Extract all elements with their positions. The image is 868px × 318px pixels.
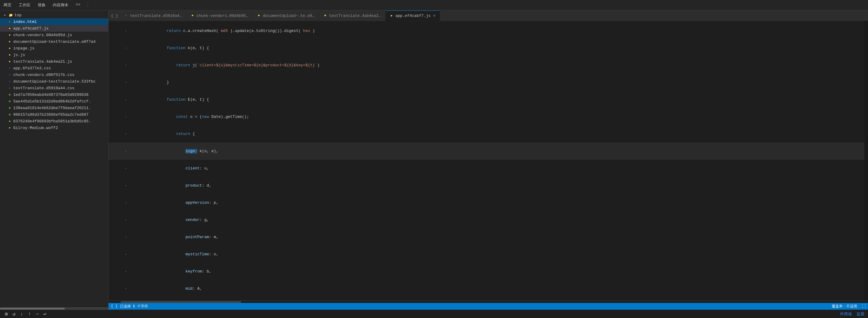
file-icon-js-doc: ● bbox=[7, 39, 12, 44]
line-code-4: } bbox=[129, 74, 862, 91]
file-icon-js-app: ● bbox=[7, 26, 12, 31]
status-bracket-icon[interactable]: { } bbox=[111, 304, 118, 308]
tab-label-4: textTranslate.4ab4ea21.js bbox=[329, 13, 382, 18]
toolbar-separator: ⋮ bbox=[85, 2, 90, 8]
folder-icon: 📁 bbox=[8, 13, 13, 18]
tree-item-text-translate-js[interactable]: ● textTranslate.4ab4ea21.js bbox=[0, 58, 108, 65]
file-icon-hash2: ■ bbox=[7, 99, 12, 104]
tree-label-font: Gilroy-Medium.woff2 bbox=[13, 126, 58, 130]
file-icon-hash4: ■ bbox=[7, 112, 12, 117]
tab-doc-upload-js[interactable]: ■ documentUpload~.te.e8f7a401.js bbox=[253, 10, 319, 21]
status-maximize-icon[interactable]: ⛶ bbox=[862, 304, 866, 309]
tree-label-chunk-vendors: chunk-vendors.00d4b95d.js bbox=[13, 33, 72, 37]
tree-label-app-js: app.ef4cabf7.js bbox=[13, 26, 49, 31]
line-gutter-5: - bbox=[123, 97, 129, 102]
tree-label-chunk-css: chunk-vendors.d96f517b.css bbox=[13, 73, 74, 77]
tree-item-doc-css[interactable]: ● documentUpload~textTranslate.533fbc bbox=[0, 78, 108, 85]
status-bar: { } 已选择 6 个字符 覆盖率：不适用 ⛶ bbox=[108, 303, 868, 310]
tree-item-text-css[interactable]: ● textTranslate.d5910a44.css bbox=[0, 85, 108, 91]
tree-item-hash2[interactable]: ■ 5ae445d1e5b131d2d9ed064b2dfafccf. bbox=[0, 98, 108, 104]
right-icon[interactable]: → bbox=[35, 311, 40, 317]
file-icon-js-tt: ● bbox=[7, 59, 12, 64]
file-icon-hash5: ■ bbox=[7, 119, 12, 124]
line-gutter-3: - bbox=[123, 62, 129, 68]
monitor-link[interactable]: 监视 bbox=[857, 311, 864, 317]
file-icon-hash3: ■ bbox=[7, 105, 12, 110]
code-line-9: - client: u, bbox=[108, 160, 864, 177]
code-line-7: - return { bbox=[108, 125, 864, 142]
tree-item-app-css[interactable]: ● app.6fa377e3.css bbox=[0, 65, 108, 71]
tree-label-js: js.js bbox=[13, 53, 25, 57]
line-gutter-6: - bbox=[123, 114, 129, 120]
editor-bracket-icon: { } bbox=[111, 13, 118, 18]
tree-item-hash3[interactable]: ■ 138eaa81014e4b62dbe7f9daeaf26211. bbox=[0, 104, 108, 111]
code-line-15: - keyfrom: b, bbox=[108, 263, 864, 280]
tab-close-button[interactable]: × bbox=[432, 13, 436, 19]
code-line-1: - return c.a.createHash( md5 ).update(e.… bbox=[108, 22, 864, 39]
tree-item-app-ef4[interactable]: ● app.ef4cabf7.js bbox=[0, 25, 108, 32]
selected-text: sign: bbox=[185, 149, 197, 153]
code-line-17: - screen: h, bbox=[108, 297, 864, 300]
tree-item-hash1[interactable]: ■ 1ed7a7858eabd4d407370a83d9209838 bbox=[0, 91, 108, 98]
sidebar-scrollbar-thumb bbox=[0, 308, 65, 310]
line-code-1: return c.a.createHash( md5 ).update(e.to… bbox=[129, 22, 862, 39]
line-code-7: return { bbox=[129, 125, 862, 142]
up-icon[interactable]: ↑ bbox=[27, 311, 32, 317]
grid-icon[interactable]: ⊞ bbox=[4, 311, 9, 318]
menu-replace[interactable]: 替换 bbox=[36, 1, 47, 9]
tab-label-3: documentUpload~.te.e8f7a401.js bbox=[262, 13, 315, 18]
tree-label-inpage: inpage.js bbox=[13, 46, 34, 51]
tree-label-hash4: 960157a96d37b23666ef65da2c7ed687 bbox=[13, 113, 89, 117]
tree-label-doc-upload: documentUpload~textTranslate.e8f7a4 bbox=[13, 39, 96, 44]
tree-label-hash1: 1ed7a7858eabd4d407370a83d9209838 bbox=[13, 93, 89, 97]
tree-item-doc-upload[interactable]: ● documentUpload~textTranslate.e8f7a4 bbox=[0, 38, 108, 45]
line-gutter-13: - bbox=[123, 234, 129, 240]
line-code-14: mysticTime: o, bbox=[129, 246, 862, 263]
back-icon[interactable]: ↩ bbox=[42, 311, 48, 318]
tree-label-app-css: app.6fa377e3.css bbox=[13, 66, 51, 70]
tab-js-icon-3: ■ bbox=[256, 13, 261, 18]
tree-item-inpage[interactable]: ● inpage.js bbox=[0, 45, 108, 52]
tree-item-app-js[interactable]: ● index.html bbox=[0, 19, 108, 25]
tree-item-chunk-css[interactable]: ● chunk-vendors.d96f517b.css bbox=[0, 71, 108, 78]
code-content[interactable]: - return c.a.createHash( md5 ).update(e.… bbox=[108, 21, 864, 300]
file-tree: ▾ 📁 top ● index.html ● app.ef4cabf7.js ●… bbox=[0, 10, 108, 307]
line-code-2: function k(e, t) { bbox=[129, 39, 862, 57]
file-icon-html: ● bbox=[7, 19, 12, 24]
tree-item-js[interactable]: ● js.js bbox=[0, 52, 108, 58]
status-left: { } 已选择 6 个字符 bbox=[111, 304, 148, 309]
scrollbar-thumb-h bbox=[121, 301, 241, 303]
tree-label-text-css: textTranslate.d5910a44.css bbox=[13, 86, 74, 90]
line-gutter-9: - bbox=[123, 165, 129, 171]
file-icon-font: ● bbox=[7, 125, 12, 130]
tab-js-icon-2: ■ bbox=[190, 13, 194, 18]
tree-label-hash2: 5ae445d1e5b131d2d9ed064b2dfafccf. bbox=[13, 99, 91, 104]
code-line-16: - mid: A, bbox=[108, 280, 864, 297]
line-code-9: client: u, bbox=[129, 160, 862, 177]
menu-webpage[interactable]: 网页 bbox=[2, 1, 13, 9]
refresh-icon[interactable]: ↺ bbox=[11, 311, 17, 318]
tree-root[interactable]: ▾ 📁 top bbox=[0, 12, 108, 19]
top-toolbar: 网页 工作区 替换 内容脚本 >> ⋮ bbox=[0, 0, 868, 10]
tab-text-translate-css[interactable]: ■ textTranslate.d5910a44.css bbox=[120, 10, 187, 21]
status-right: 覆盖率：不适用 ⛶ bbox=[832, 304, 866, 309]
line-code-5: function E(e, t) { bbox=[129, 91, 862, 108]
code-line-8: - sign: k(o, e), bbox=[108, 142, 864, 160]
tab-text-translate-js[interactable]: ■ textTranslate.4ab4ea21.js bbox=[319, 10, 385, 21]
sidebar-scrollbar[interactable] bbox=[0, 307, 108, 310]
menu-workspace[interactable]: 工作区 bbox=[18, 1, 32, 9]
tab-css-icon-1: ■ bbox=[124, 13, 128, 18]
tree-item-hash4[interactable]: ■ 960157a96d37b23666ef65da2c7ed687 bbox=[0, 111, 108, 118]
tree-item-font[interactable]: ● Gilroy-Medium.woff2 bbox=[0, 125, 108, 131]
menu-more-chevron[interactable]: >> bbox=[74, 1, 82, 9]
tab-chunk-vendors-js[interactable]: ■ chunk-vendors.00d4b95d.js bbox=[187, 10, 253, 21]
scope-link[interactable]: 作用域 bbox=[840, 311, 852, 317]
code-line-10: - product: d, bbox=[108, 177, 864, 194]
tree-item-chunk-vendors[interactable]: ● chunk-vendors.00d4b95d.js bbox=[0, 32, 108, 38]
chevron-down-icon: ▾ bbox=[2, 13, 7, 18]
tree-item-hash5[interactable]: ■ 6376249e4f96893bfba5851a3b6d5c85. bbox=[0, 118, 108, 125]
tab-app-js[interactable]: ■ app.ef4cabf7.js × bbox=[385, 10, 440, 21]
horizontal-scrollbar[interactable] bbox=[108, 300, 868, 303]
down-icon[interactable]: ↓ bbox=[19, 311, 24, 317]
menu-content-script[interactable]: 内容脚本 bbox=[52, 1, 70, 9]
